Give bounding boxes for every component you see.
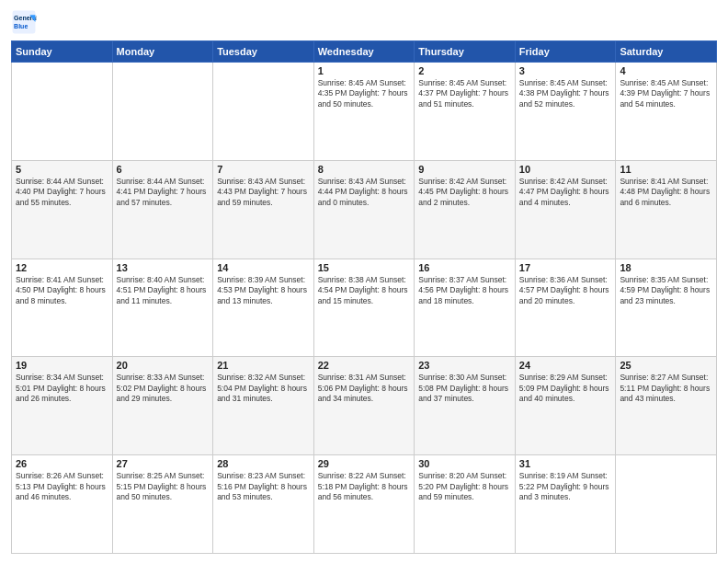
day-number: 12 — [16, 262, 108, 273]
calendar-cell: 7Sunrise: 8:43 AM Sunset: 4:43 PM Daylig… — [213, 160, 314, 259]
day-number: 3 — [519, 65, 612, 76]
calendar-cell: 15Sunrise: 8:38 AM Sunset: 4:54 PM Dayli… — [313, 259, 415, 357]
day-number: 9 — [418, 164, 511, 175]
day-info: Sunrise: 8:25 AM Sunset: 5:15 PM Dayligh… — [117, 471, 210, 502]
day-number: 13 — [117, 262, 210, 273]
calendar-cell: 19Sunrise: 8:34 AM Sunset: 5:01 PM Dayli… — [12, 357, 113, 455]
calendar-cell — [112, 63, 213, 161]
day-number: 27 — [117, 458, 210, 469]
day-info: Sunrise: 8:30 AM Sunset: 5:08 PM Dayligh… — [418, 373, 511, 404]
calendar-cell: 16Sunrise: 8:37 AM Sunset: 4:56 PM Dayli… — [415, 259, 516, 357]
weekday-header-wednesday: Wednesday — [313, 41, 415, 63]
day-number: 17 — [519, 262, 612, 273]
day-number: 29 — [318, 458, 411, 469]
day-info: Sunrise: 8:33 AM Sunset: 5:02 PM Dayligh… — [117, 373, 210, 404]
day-number: 15 — [318, 262, 411, 273]
calendar-cell: 8Sunrise: 8:43 AM Sunset: 4:44 PM Daylig… — [313, 160, 415, 259]
day-info: Sunrise: 8:43 AM Sunset: 4:43 PM Dayligh… — [217, 177, 310, 208]
day-number: 7 — [217, 164, 310, 175]
day-info: Sunrise: 8:44 AM Sunset: 4:40 PM Dayligh… — [16, 177, 108, 208]
day-info: Sunrise: 8:37 AM Sunset: 4:56 PM Dayligh… — [418, 275, 511, 306]
calendar-cell: 14Sunrise: 8:39 AM Sunset: 4:53 PM Dayli… — [213, 259, 314, 357]
day-info: Sunrise: 8:31 AM Sunset: 5:06 PM Dayligh… — [318, 373, 411, 404]
calendar-cell: 6Sunrise: 8:44 AM Sunset: 4:41 PM Daylig… — [112, 160, 213, 259]
day-number: 25 — [620, 360, 712, 371]
day-number: 18 — [620, 262, 712, 273]
calendar-week-4: 26Sunrise: 8:26 AM Sunset: 5:13 PM Dayli… — [12, 455, 717, 554]
day-info: Sunrise: 8:40 AM Sunset: 4:51 PM Dayligh… — [117, 275, 210, 306]
calendar-cell: 13Sunrise: 8:40 AM Sunset: 4:51 PM Dayli… — [112, 259, 213, 357]
day-number: 16 — [418, 262, 511, 273]
day-info: Sunrise: 8:27 AM Sunset: 5:11 PM Dayligh… — [620, 373, 712, 404]
day-info: Sunrise: 8:23 AM Sunset: 5:16 PM Dayligh… — [217, 471, 310, 502]
calendar-cell: 22Sunrise: 8:31 AM Sunset: 5:06 PM Dayli… — [313, 357, 415, 455]
day-info: Sunrise: 8:44 AM Sunset: 4:41 PM Dayligh… — [117, 177, 210, 208]
calendar-week-2: 12Sunrise: 8:41 AM Sunset: 4:50 PM Dayli… — [12, 259, 717, 357]
calendar-cell: 30Sunrise: 8:20 AM Sunset: 5:20 PM Dayli… — [415, 455, 516, 554]
page: General Blue SundayMondayTuesdayWednesda… — [0, 0, 728, 563]
calendar-cell: 28Sunrise: 8:23 AM Sunset: 5:16 PM Dayli… — [213, 455, 314, 554]
logo-icon: General Blue — [11, 9, 37, 35]
day-info: Sunrise: 8:32 AM Sunset: 5:04 PM Dayligh… — [217, 373, 310, 404]
calendar-cell: 2Sunrise: 8:45 AM Sunset: 4:37 PM Daylig… — [415, 63, 516, 161]
calendar-table: SundayMondayTuesdayWednesdayThursdayFrid… — [11, 40, 717, 554]
svg-text:Blue: Blue — [14, 23, 28, 29]
day-number: 22 — [318, 360, 411, 371]
day-number: 23 — [418, 360, 511, 371]
calendar-cell: 10Sunrise: 8:42 AM Sunset: 4:47 PM Dayli… — [515, 160, 616, 259]
day-number: 2 — [418, 65, 511, 76]
weekday-header-row: SundayMondayTuesdayWednesdayThursdayFrid… — [12, 41, 717, 63]
day-number: 20 — [117, 360, 210, 371]
calendar-cell: 23Sunrise: 8:30 AM Sunset: 5:08 PM Dayli… — [415, 357, 516, 455]
day-number: 24 — [519, 360, 612, 371]
calendar-cell — [12, 63, 113, 161]
calendar-cell: 3Sunrise: 8:45 AM Sunset: 4:38 PM Daylig… — [515, 63, 616, 161]
calendar-cell: 26Sunrise: 8:26 AM Sunset: 5:13 PM Dayli… — [12, 455, 113, 554]
day-number: 8 — [318, 164, 411, 175]
calendar-cell: 31Sunrise: 8:19 AM Sunset: 5:22 PM Dayli… — [515, 455, 616, 554]
day-number: 11 — [620, 164, 712, 175]
day-info: Sunrise: 8:34 AM Sunset: 5:01 PM Dayligh… — [16, 373, 108, 404]
weekday-header-sunday: Sunday — [12, 41, 113, 63]
day-info: Sunrise: 8:43 AM Sunset: 4:44 PM Dayligh… — [318, 177, 411, 208]
calendar-cell: 12Sunrise: 8:41 AM Sunset: 4:50 PM Dayli… — [12, 259, 113, 357]
day-info: Sunrise: 8:45 AM Sunset: 4:37 PM Dayligh… — [418, 78, 511, 109]
day-info: Sunrise: 8:35 AM Sunset: 4:59 PM Dayligh… — [620, 275, 712, 306]
calendar-cell: 9Sunrise: 8:42 AM Sunset: 4:45 PM Daylig… — [415, 160, 516, 259]
day-number: 30 — [418, 458, 511, 469]
day-info: Sunrise: 8:20 AM Sunset: 5:20 PM Dayligh… — [418, 471, 511, 502]
header: General Blue — [11, 9, 717, 35]
day-number: 19 — [16, 360, 108, 371]
day-number: 31 — [519, 458, 612, 469]
calendar-week-3: 19Sunrise: 8:34 AM Sunset: 5:01 PM Dayli… — [12, 357, 717, 455]
calendar-cell: 1Sunrise: 8:45 AM Sunset: 4:35 PM Daylig… — [313, 63, 415, 161]
day-info: Sunrise: 8:19 AM Sunset: 5:22 PM Dayligh… — [519, 471, 612, 502]
day-number: 14 — [217, 262, 310, 273]
calendar-cell: 20Sunrise: 8:33 AM Sunset: 5:02 PM Dayli… — [112, 357, 213, 455]
day-info: Sunrise: 8:42 AM Sunset: 4:47 PM Dayligh… — [519, 177, 612, 208]
calendar-cell: 18Sunrise: 8:35 AM Sunset: 4:59 PM Dayli… — [616, 259, 717, 357]
logo: General Blue — [11, 9, 40, 35]
day-info: Sunrise: 8:26 AM Sunset: 5:13 PM Dayligh… — [16, 471, 108, 502]
day-number: 21 — [217, 360, 310, 371]
calendar-cell: 5Sunrise: 8:44 AM Sunset: 4:40 PM Daylig… — [12, 160, 113, 259]
calendar-cell: 24Sunrise: 8:29 AM Sunset: 5:09 PM Dayli… — [515, 357, 616, 455]
day-number: 5 — [16, 164, 108, 175]
svg-rect-0 — [13, 11, 36, 34]
day-number: 1 — [318, 65, 411, 76]
day-info: Sunrise: 8:29 AM Sunset: 5:09 PM Dayligh… — [519, 373, 612, 404]
calendar-cell: 27Sunrise: 8:25 AM Sunset: 5:15 PM Dayli… — [112, 455, 213, 554]
weekday-header-friday: Friday — [515, 41, 616, 63]
day-info: Sunrise: 8:45 AM Sunset: 4:38 PM Dayligh… — [519, 78, 612, 109]
weekday-header-thursday: Thursday — [415, 41, 516, 63]
day-number: 28 — [217, 458, 310, 469]
day-info: Sunrise: 8:41 AM Sunset: 4:48 PM Dayligh… — [620, 177, 712, 208]
calendar-cell: 17Sunrise: 8:36 AM Sunset: 4:57 PM Dayli… — [515, 259, 616, 357]
day-number: 10 — [519, 164, 612, 175]
calendar-cell: 21Sunrise: 8:32 AM Sunset: 5:04 PM Dayli… — [213, 357, 314, 455]
day-info: Sunrise: 8:36 AM Sunset: 4:57 PM Dayligh… — [519, 275, 612, 306]
day-info: Sunrise: 8:22 AM Sunset: 5:18 PM Dayligh… — [318, 471, 411, 502]
day-info: Sunrise: 8:41 AM Sunset: 4:50 PM Dayligh… — [16, 275, 108, 306]
day-info: Sunrise: 8:45 AM Sunset: 4:39 PM Dayligh… — [620, 78, 712, 109]
calendar-cell: 25Sunrise: 8:27 AM Sunset: 5:11 PM Dayli… — [616, 357, 717, 455]
